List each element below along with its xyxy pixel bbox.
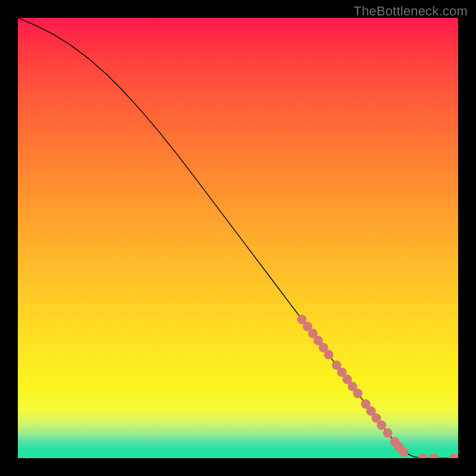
- chart-frame: TheBottleneck.com: [0, 0, 476, 476]
- watermark-text: TheBottleneck.com: [353, 4, 468, 19]
- highlight-dot: [383, 428, 393, 438]
- highlight-dot: [399, 447, 408, 457]
- chart-svg: [18, 18, 458, 458]
- highlight-dot: [377, 421, 386, 430]
- highlight-dot: [324, 350, 333, 359]
- highlight-dot: [449, 453, 458, 458]
- highlight-dot: [353, 389, 362, 398]
- curve-path: [18, 18, 458, 458]
- highlight-dot: [429, 453, 439, 458]
- chart-plot-area: [18, 18, 458, 458]
- highlight-dot: [418, 453, 428, 458]
